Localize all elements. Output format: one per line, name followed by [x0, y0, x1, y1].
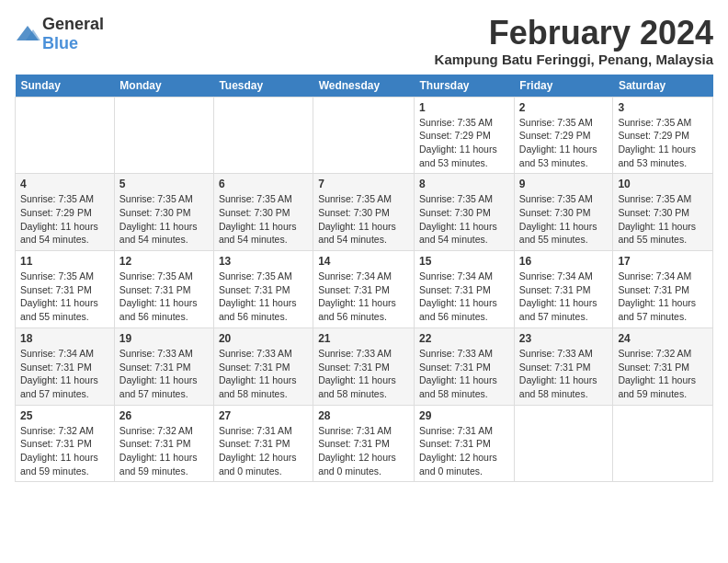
day-number: 19	[119, 332, 209, 345]
day-number: 15	[419, 255, 509, 268]
day-number: 16	[519, 255, 609, 268]
day-info: Sunrise: 7:31 AMSunset: 7:31 PMDaylight:…	[419, 424, 509, 478]
day-number: 29	[419, 409, 509, 422]
day-info: Sunrise: 7:35 AMSunset: 7:30 PMDaylight:…	[318, 192, 409, 247]
calendar-cell: 28Sunrise: 7:31 AMSunset: 7:31 PMDayligh…	[313, 405, 415, 482]
logo: General Blue	[15, 15, 104, 53]
calendar-cell: 14Sunrise: 7:34 AMSunset: 7:31 PMDayligh…	[313, 251, 415, 328]
day-info: Sunrise: 7:32 AMSunset: 7:31 PMDaylight:…	[618, 347, 708, 401]
calendar-cell: 27Sunrise: 7:31 AMSunset: 7:31 PMDayligh…	[213, 405, 313, 482]
calendar-cell: 12Sunrise: 7:35 AMSunset: 7:31 PMDayligh…	[114, 251, 213, 328]
day-info: Sunrise: 7:34 AMSunset: 7:31 PMDaylight:…	[519, 270, 609, 324]
logo-blue: Blue	[42, 34, 78, 52]
day-info: Sunrise: 7:35 AMSunset: 7:30 PMDaylight:…	[119, 192, 209, 247]
calendar-cell	[114, 97, 213, 174]
day-info: Sunrise: 7:35 AMSunset: 7:31 PMDaylight:…	[119, 270, 209, 324]
day-number: 22	[419, 332, 509, 345]
calendar-week-row: 1Sunrise: 7:35 AMSunset: 7:29 PMDaylight…	[16, 97, 713, 174]
weekday-header-friday: Friday	[514, 75, 613, 98]
day-info: Sunrise: 7:35 AMSunset: 7:31 PMDaylight:…	[219, 270, 308, 324]
logo-icon	[15, 24, 40, 44]
calendar-week-row: 18Sunrise: 7:34 AMSunset: 7:31 PMDayligh…	[16, 327, 713, 405]
calendar-cell: 8Sunrise: 7:35 AMSunset: 7:30 PMDaylight…	[415, 174, 515, 251]
day-number: 10	[618, 178, 708, 190]
calendar-cell: 17Sunrise: 7:34 AMSunset: 7:31 PMDayligh…	[613, 251, 713, 328]
day-number: 26	[119, 409, 209, 422]
weekday-header-thursday: Thursday	[415, 75, 515, 98]
day-info: Sunrise: 7:35 AMSunset: 7:30 PMDaylight:…	[519, 192, 609, 247]
calendar-cell: 2Sunrise: 7:35 AMSunset: 7:29 PMDaylight…	[514, 97, 613, 174]
calendar-cell: 26Sunrise: 7:32 AMSunset: 7:31 PMDayligh…	[114, 405, 213, 482]
day-info: Sunrise: 7:35 AMSunset: 7:30 PMDaylight:…	[419, 192, 509, 247]
day-info: Sunrise: 7:34 AMSunset: 7:31 PMDaylight:…	[20, 347, 109, 401]
day-number: 14	[318, 255, 409, 268]
day-number: 5	[119, 178, 209, 190]
calendar-cell: 3Sunrise: 7:35 AMSunset: 7:29 PMDaylight…	[613, 97, 713, 174]
day-info: Sunrise: 7:35 AMSunset: 7:29 PMDaylight:…	[618, 116, 708, 170]
weekday-header-row: SundayMondayTuesdayWednesdayThursdayFrid…	[16, 75, 713, 98]
day-info: Sunrise: 7:33 AMSunset: 7:31 PMDaylight:…	[519, 347, 609, 401]
weekday-header-wednesday: Wednesday	[313, 75, 415, 98]
calendar-week-row: 25Sunrise: 7:32 AMSunset: 7:31 PMDayligh…	[16, 405, 713, 482]
day-number: 8	[419, 178, 509, 190]
weekday-header-saturday: Saturday	[613, 75, 713, 98]
location: Kampung Batu Feringgi, Penang, Malaysia	[435, 52, 713, 67]
calendar-cell: 16Sunrise: 7:34 AMSunset: 7:31 PMDayligh…	[514, 251, 613, 328]
calendar-cell: 11Sunrise: 7:35 AMSunset: 7:31 PMDayligh…	[16, 251, 115, 328]
calendar-cell: 25Sunrise: 7:32 AMSunset: 7:31 PMDayligh…	[16, 405, 115, 482]
day-info: Sunrise: 7:35 AMSunset: 7:29 PMDaylight:…	[519, 116, 609, 170]
day-info: Sunrise: 7:35 AMSunset: 7:29 PMDaylight:…	[419, 116, 509, 170]
day-info: Sunrise: 7:35 AMSunset: 7:31 PMDaylight:…	[20, 270, 109, 324]
day-info: Sunrise: 7:31 AMSunset: 7:31 PMDaylight:…	[219, 424, 308, 478]
calendar-cell: 18Sunrise: 7:34 AMSunset: 7:31 PMDayligh…	[16, 327, 115, 405]
day-info: Sunrise: 7:35 AMSunset: 7:29 PMDaylight:…	[20, 192, 109, 247]
day-info: Sunrise: 7:32 AMSunset: 7:31 PMDaylight:…	[20, 424, 109, 478]
day-info: Sunrise: 7:34 AMSunset: 7:31 PMDaylight:…	[618, 270, 708, 324]
calendar-cell: 5Sunrise: 7:35 AMSunset: 7:30 PMDaylight…	[114, 174, 213, 251]
day-number: 21	[318, 332, 409, 345]
day-number: 13	[219, 255, 308, 268]
calendar-cell	[213, 97, 313, 174]
calendar-cell: 22Sunrise: 7:33 AMSunset: 7:31 PMDayligh…	[415, 327, 515, 405]
day-number: 17	[618, 255, 708, 268]
calendar-week-row: 11Sunrise: 7:35 AMSunset: 7:31 PMDayligh…	[16, 251, 713, 328]
day-info: Sunrise: 7:33 AMSunset: 7:31 PMDaylight:…	[219, 347, 308, 401]
day-number: 20	[219, 332, 308, 345]
day-info: Sunrise: 7:35 AMSunset: 7:30 PMDaylight:…	[618, 192, 708, 247]
day-number: 6	[219, 178, 308, 190]
day-number: 27	[219, 409, 308, 422]
day-number: 28	[318, 409, 409, 422]
calendar-cell: 1Sunrise: 7:35 AMSunset: 7:29 PMDaylight…	[415, 97, 515, 174]
weekday-header-monday: Monday	[114, 75, 213, 98]
day-number: 18	[20, 332, 109, 345]
calendar-cell: 4Sunrise: 7:35 AMSunset: 7:29 PMDaylight…	[16, 174, 115, 251]
calendar-cell: 29Sunrise: 7:31 AMSunset: 7:31 PMDayligh…	[415, 405, 515, 482]
calendar-cell: 24Sunrise: 7:32 AMSunset: 7:31 PMDayligh…	[613, 327, 713, 405]
day-number: 4	[20, 178, 109, 190]
calendar-cell	[313, 97, 415, 174]
day-info: Sunrise: 7:34 AMSunset: 7:31 PMDaylight:…	[318, 270, 409, 324]
calendar-cell	[514, 405, 613, 482]
calendar-cell: 7Sunrise: 7:35 AMSunset: 7:30 PMDaylight…	[313, 174, 415, 251]
weekday-header-tuesday: Tuesday	[213, 75, 313, 98]
day-number: 12	[119, 255, 209, 268]
day-info: Sunrise: 7:34 AMSunset: 7:31 PMDaylight:…	[419, 270, 509, 324]
day-info: Sunrise: 7:31 AMSunset: 7:31 PMDaylight:…	[318, 424, 409, 478]
calendar-cell: 6Sunrise: 7:35 AMSunset: 7:30 PMDaylight…	[213, 174, 313, 251]
day-number: 11	[20, 255, 109, 268]
day-number: 1	[419, 101, 509, 114]
calendar-cell: 23Sunrise: 7:33 AMSunset: 7:31 PMDayligh…	[514, 327, 613, 405]
day-info: Sunrise: 7:33 AMSunset: 7:31 PMDaylight:…	[119, 347, 209, 401]
day-number: 24	[618, 332, 708, 345]
month-year: February 2024	[435, 15, 713, 52]
weekday-header-sunday: Sunday	[16, 75, 115, 98]
title-block: February 2024 Kampung Batu Feringgi, Pen…	[435, 15, 713, 67]
day-info: Sunrise: 7:32 AMSunset: 7:31 PMDaylight:…	[119, 424, 209, 478]
calendar-cell	[16, 97, 115, 174]
day-number: 23	[519, 332, 609, 345]
day-info: Sunrise: 7:35 AMSunset: 7:30 PMDaylight:…	[219, 192, 308, 247]
day-number: 7	[318, 178, 409, 190]
calendar-cell	[613, 405, 713, 482]
day-info: Sunrise: 7:33 AMSunset: 7:31 PMDaylight:…	[419, 347, 509, 401]
calendar-cell: 21Sunrise: 7:33 AMSunset: 7:31 PMDayligh…	[313, 327, 415, 405]
